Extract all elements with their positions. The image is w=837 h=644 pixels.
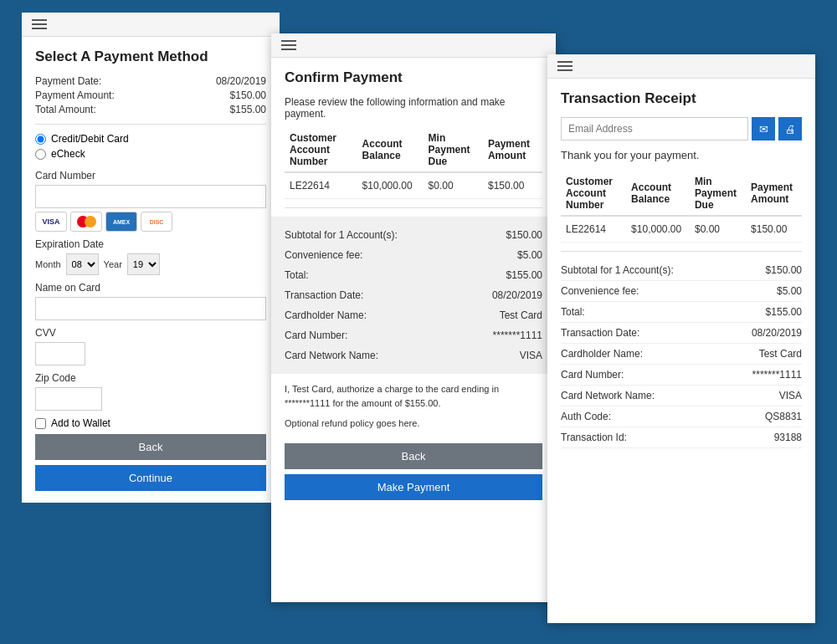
card-num-label: Card Number: xyxy=(285,330,347,341)
receipt-date-label: Transaction Date: xyxy=(561,327,639,339)
min-payment-cell: $0.00 xyxy=(424,172,483,199)
expiry-label: Expiration Date xyxy=(35,238,266,250)
echeck-radio[interactable] xyxy=(35,149,46,160)
receipt-table-row: LE22614 $10,000.00 $0.00 $150.00 xyxy=(561,216,802,243)
receipt-col-amount: Payment Amount xyxy=(746,171,802,216)
total-value: $155.00 xyxy=(506,269,542,281)
total-amount-value: $155.00 xyxy=(230,104,266,115)
make-payment-button[interactable]: Make Payment xyxy=(285,474,542,500)
account-balance-cell: $10,000.00 xyxy=(357,172,424,199)
transaction-date-label: Transaction Date: xyxy=(285,289,363,301)
year-select[interactable]: 19 xyxy=(127,253,160,275)
cardholder-label: Cardholder Name: xyxy=(285,309,367,321)
receipt-amount-cell: $150.00 xyxy=(746,216,802,243)
panel2-header xyxy=(271,33,556,58)
card-num-value: *******1111 xyxy=(493,330,542,341)
panel1-continue-button[interactable]: Continue xyxy=(35,465,266,491)
transaction-receipt-panel: Transaction Receipt ✉ 🖨 Thank you for yo… xyxy=(547,54,815,623)
credit-card-label: Credit/Debit Card xyxy=(51,133,129,145)
receipt-total-value: $155.00 xyxy=(766,306,802,318)
card-network-value: VISA xyxy=(520,350,542,361)
email-send-button[interactable]: ✉ xyxy=(752,117,775,141)
confirm-payment-table: Customer Account Number Account Balance … xyxy=(285,128,542,199)
cvv-input[interactable] xyxy=(35,342,85,365)
receipt-transaction-id-label: Transaction Id: xyxy=(561,432,627,443)
cvv-label: CVV xyxy=(35,327,266,339)
receipt-account-cell: LE22614 xyxy=(561,216,626,243)
account-number-cell: LE22614 xyxy=(285,172,357,199)
receipt-cardholder-value: Test Card xyxy=(759,348,802,360)
card-number-input[interactable] xyxy=(35,185,266,208)
name-on-card-input[interactable] xyxy=(35,297,266,320)
fee-label: Convenience fee: xyxy=(285,249,362,261)
panel2-subtitle: Please review the following information … xyxy=(285,96,542,120)
card-icons-row: VISA AMEX DISC xyxy=(35,212,266,232)
col-account-balance: Account Balance xyxy=(357,128,424,172)
email-row: ✉ 🖨 xyxy=(561,117,802,141)
month-label: Month xyxy=(35,259,61,269)
receipt-subtotal-value: $150.00 xyxy=(766,264,802,276)
cardholder-value: Test Card xyxy=(500,309,542,321)
name-on-card-label: Name on Card xyxy=(35,282,266,294)
subtotal-label: Subtotal for 1 Account(s): xyxy=(285,229,398,241)
col-payment-amount: Payment Amount xyxy=(483,128,542,172)
confirm-payment-panel: Confirm Payment Please review the follow… xyxy=(271,33,556,602)
receipt-fee-value: $5.00 xyxy=(777,285,802,297)
table-row: LE22614 $10,000.00 $0.00 $150.00 xyxy=(285,172,542,199)
panel3-hamburger-icon[interactable] xyxy=(557,61,805,71)
year-label: Year xyxy=(104,259,122,269)
fee-value: $5.00 xyxy=(517,249,542,261)
visa-icon: VISA xyxy=(35,212,67,232)
payment-amount-value: $150.00 xyxy=(230,89,266,101)
receipt-col-min: Min Payment Due xyxy=(690,171,746,216)
card-network-label: Card Network Name: xyxy=(285,350,378,361)
card-number-label: Card Number xyxy=(35,170,266,181)
panel1-back-button[interactable]: Back xyxy=(35,434,266,460)
receipt-date-value: 08/20/2019 xyxy=(752,327,802,339)
receipt-card-network-value: VISA xyxy=(779,390,802,401)
subtotal-value: $150.00 xyxy=(506,229,542,241)
receipt-table: Customer Account Number Account Balance … xyxy=(561,171,802,243)
receipt-card-network-label: Card Network Name: xyxy=(561,390,655,401)
payment-type-radio-group: Credit/Debit Card eCheck xyxy=(35,133,266,160)
receipt-col-account: Customer Account Number xyxy=(561,171,626,216)
col-min-payment: Min Payment Due xyxy=(424,128,483,172)
panel2-hamburger-icon[interactable] xyxy=(281,40,546,50)
amex-icon: AMEX xyxy=(105,212,137,232)
echeck-label: eCheck xyxy=(51,148,85,160)
payment-method-panel: Select A Payment Method Payment Date: 08… xyxy=(22,13,280,503)
receipt-balance-cell: $10,000.00 xyxy=(626,216,690,243)
payment-amount-label: Payment Amount: xyxy=(35,89,115,101)
month-select[interactable]: 08 xyxy=(66,253,99,275)
transaction-date-value: 08/20/2019 xyxy=(492,289,542,301)
thank-you-text: Thank you for your payment. xyxy=(561,149,802,161)
receipt-card-num-label: Card Number: xyxy=(561,369,624,381)
col-account-number: Customer Account Number xyxy=(285,128,357,172)
wallet-checkbox[interactable] xyxy=(35,418,46,429)
panel2-summary: Subtotal for 1 Account(s): $150.00 Conve… xyxy=(271,217,556,374)
wallet-label: Add to Wallet xyxy=(51,417,110,429)
receipt-auth-code-label: Auth Code: xyxy=(561,411,611,422)
panel2-title: Confirm Payment xyxy=(285,69,542,86)
email-input[interactable] xyxy=(561,117,748,141)
receipt-card-num-value: *******1111 xyxy=(752,369,802,381)
receipt-min-cell: $0.00 xyxy=(690,216,746,243)
payment-amount-cell: $150.00 xyxy=(483,172,542,199)
receipt-total-label: Total: xyxy=(561,306,585,318)
panel1-header xyxy=(22,13,280,37)
receipt-fee-label: Convenience fee: xyxy=(561,285,639,297)
zip-code-label: Zip Code xyxy=(35,372,266,384)
mastercard-icon xyxy=(70,212,102,232)
panel2-back-button[interactable]: Back xyxy=(285,443,542,469)
hamburger-menu-icon[interactable] xyxy=(32,19,270,29)
print-button[interactable]: 🖨 xyxy=(778,117,802,141)
discover-icon: DISC xyxy=(141,212,172,232)
credit-card-radio[interactable] xyxy=(35,134,46,145)
panel3-title: Transaction Receipt xyxy=(561,90,802,107)
total-label: Total: xyxy=(285,269,309,281)
zip-input[interactable] xyxy=(35,387,102,411)
receipt-cardholder-label: Cardholder Name: xyxy=(561,348,643,360)
payment-date-value: 08/20/2019 xyxy=(216,75,266,87)
panel3-header xyxy=(547,54,815,79)
receipt-transaction-id-value: 93188 xyxy=(774,432,802,443)
